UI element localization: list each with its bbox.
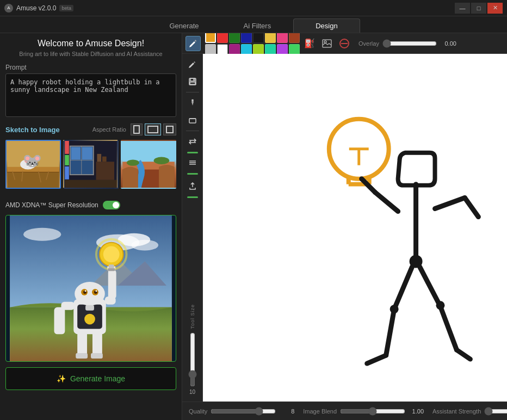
welcome-title: Welcome to Amuse Design! xyxy=(5,39,176,48)
prompt-label: Prompt xyxy=(5,64,176,71)
svg-point-35 xyxy=(131,240,158,251)
thumbnail-2[interactable] xyxy=(63,140,119,189)
right-area: ⛽ Overlay 0.00 xyxy=(182,33,507,420)
upload-tool-button[interactable] xyxy=(184,178,201,194)
title-bar: A Amuse v2.0.0 beta — □ ✕ xyxy=(0,0,507,16)
svg-rect-46 xyxy=(54,307,65,335)
save-canvas-button[interactable] xyxy=(184,73,201,90)
color-swatch-orange[interactable] xyxy=(205,33,216,43)
side-tool-separator-1 xyxy=(186,92,199,92)
svg-point-95 xyxy=(390,305,399,313)
svg-rect-19 xyxy=(82,147,92,159)
svg-rect-26 xyxy=(65,166,69,180)
minimize-button[interactable]: — xyxy=(455,3,470,14)
color-swatch-pink[interactable] xyxy=(229,44,240,55)
svg-rect-72 xyxy=(189,119,196,123)
ar-landscape-button[interactable] xyxy=(145,123,161,135)
svg-point-36 xyxy=(23,228,61,241)
svg-point-61 xyxy=(95,290,97,292)
svg-rect-62 xyxy=(85,305,94,311)
image-tool-button[interactable] xyxy=(319,36,335,51)
color-palette xyxy=(205,33,300,55)
color-swatch-darkblue[interactable] xyxy=(241,33,252,43)
tool-size-slider[interactable] xyxy=(187,332,198,387)
color-swatch-green[interactable] xyxy=(289,44,300,55)
svg-rect-20 xyxy=(65,180,117,188)
svg-rect-63 xyxy=(323,40,331,47)
color-swatch-black[interactable] xyxy=(253,33,264,43)
quality-label: Quality xyxy=(189,408,207,415)
quality-slider[interactable] xyxy=(211,407,276,416)
prompt-textarea[interactable]: A happy robot holding a lightbulb in a s… xyxy=(5,73,176,117)
app-logo: A xyxy=(4,4,13,13)
assistant-strength-group: Assistant Strength 0.00 xyxy=(432,407,507,416)
color-swatch-red[interactable] xyxy=(217,33,228,43)
svg-line-87 xyxy=(465,198,478,217)
ar-portrait-button[interactable] xyxy=(131,123,143,135)
svg-rect-39 xyxy=(92,331,102,356)
tab-design[interactable]: Design xyxy=(293,18,360,33)
color-swatch-violet[interactable] xyxy=(277,44,288,55)
overlay-label: Overlay xyxy=(358,40,379,47)
thumbnail-3[interactable] xyxy=(121,140,176,189)
swap-tool-button[interactable] xyxy=(184,133,201,150)
color-swatch-white[interactable] xyxy=(217,44,228,55)
beta-badge: beta xyxy=(59,5,73,11)
tab-ai-filters[interactable]: Ai Filters xyxy=(221,18,294,33)
pencil-tool-button[interactable] xyxy=(184,56,201,72)
tool-indicator-3 xyxy=(187,196,198,198)
svg-line-94 xyxy=(456,350,470,359)
pen-tool-button[interactable] xyxy=(184,95,201,111)
sketch-title: Sketch to Image xyxy=(5,126,60,134)
svg-rect-23 xyxy=(102,157,107,162)
assistant-strength-slider[interactable] xyxy=(484,407,507,416)
aspect-ratio-buttons xyxy=(131,123,176,135)
close-button[interactable]: ✕ xyxy=(487,3,503,14)
color-swatch-cyan[interactable] xyxy=(241,44,252,55)
tab-generate[interactable]: Generate xyxy=(147,18,221,33)
svg-point-5 xyxy=(31,159,33,161)
maximize-button[interactable]: □ xyxy=(471,3,486,14)
window-controls: — □ ✕ xyxy=(455,3,503,14)
color-swatch-hotpink[interactable] xyxy=(277,33,288,43)
svg-rect-53 xyxy=(109,264,114,269)
svg-rect-2 xyxy=(7,167,59,172)
landscape-icon xyxy=(147,126,158,133)
ar-square-button[interactable] xyxy=(163,123,176,135)
color-swatch-darkgreen[interactable] xyxy=(229,33,240,43)
color-swatch-yellow[interactable] xyxy=(265,33,276,43)
portrait-icon xyxy=(133,125,140,134)
svg-rect-38 xyxy=(77,331,87,356)
thumbnail-1[interactable] xyxy=(5,140,61,189)
color-swatch-brown[interactable] xyxy=(289,33,300,43)
color-swatch-lightgray[interactable] xyxy=(205,44,216,55)
title-bar-left: A Amuse v2.0.0 beta xyxy=(4,4,73,13)
thumbnail-grid xyxy=(5,140,176,189)
nav-tabs: Generate Ai Filters Design xyxy=(0,16,507,33)
tool-indicator xyxy=(187,152,198,153)
toolbar: ⛽ Overlay 0.00 xyxy=(182,33,507,54)
lines-tool-button[interactable] xyxy=(184,155,201,171)
drawing-canvas[interactable] xyxy=(203,54,507,402)
color-swatch-lime[interactable] xyxy=(253,44,264,55)
app-name: Amuse v2.0.0 xyxy=(16,4,56,12)
color-swatch-teal[interactable] xyxy=(265,44,276,55)
image-blend-slider[interactable] xyxy=(340,407,405,416)
fill-tool-button[interactable]: ⛽ xyxy=(302,36,317,51)
clear-tool-button[interactable] xyxy=(337,36,352,51)
generate-button[interactable]: ✨ Generate Image xyxy=(5,367,176,390)
generated-image-svg xyxy=(6,215,176,361)
tool-size-section: Tool Size 10 xyxy=(187,199,198,399)
image-blend-value: 1.00 xyxy=(409,408,424,415)
svg-line-89 xyxy=(394,267,412,309)
svg-rect-18 xyxy=(71,147,81,159)
draw-tool-button[interactable] xyxy=(186,36,201,51)
eraser-tool-button[interactable] xyxy=(184,112,201,128)
overlay-slider[interactable] xyxy=(382,39,437,48)
svg-line-92 xyxy=(441,306,457,350)
sketch-section: Sketch to Image Aspect Ratio xyxy=(5,123,176,195)
svg-rect-68 xyxy=(190,78,195,81)
svg-line-91 xyxy=(420,267,441,306)
amd-toggle[interactable] xyxy=(103,201,120,209)
aspect-ratio-controls: Aspect Ratio xyxy=(92,123,176,135)
